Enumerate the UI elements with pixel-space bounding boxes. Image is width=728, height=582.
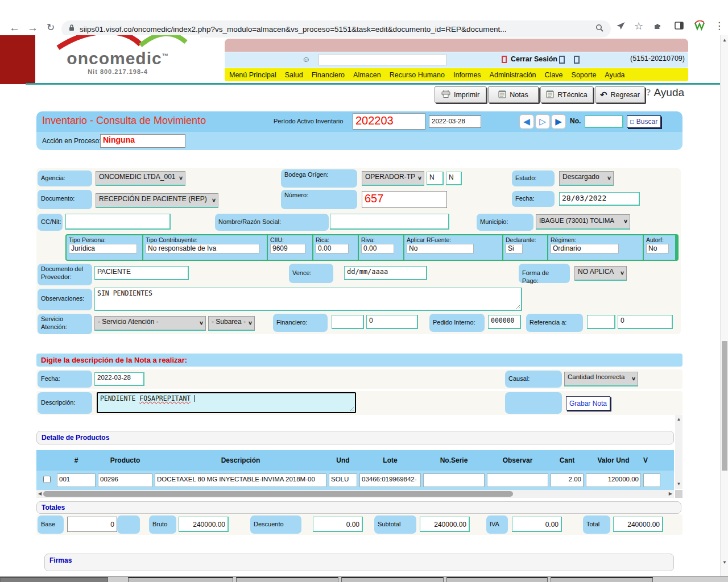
row-valor-und-input[interactable]: 120000.00 (586, 473, 641, 487)
aplicar-rfuente-input[interactable]: No (407, 244, 474, 253)
financiero-input-2[interactable]: 0 (366, 315, 418, 329)
municipio-select[interactable]: IBAGUE (73001) TOLIMA (536, 214, 630, 230)
observaciones-textarea[interactable]: SIN PENDIENTES (94, 288, 522, 311)
documento-select[interactable]: RECEPCIÓN DE PACIENTE (REP) (96, 193, 218, 208)
ccnit-input[interactable] (65, 214, 171, 230)
page-scrollbar[interactable]: ▲ ▼ (720, 35, 728, 576)
window-icon-2[interactable] (574, 56, 580, 64)
referencia-input-1[interactable] (587, 315, 615, 329)
accion-input[interactable]: Ninguna (100, 134, 185, 148)
bodega-select[interactable]: OPERADOR-TP (362, 171, 424, 186)
numero-input[interactable]: 657 (362, 191, 447, 208)
vence-input[interactable]: dd/mm/aaaa (344, 266, 427, 280)
bruto-input[interactable]: 240000.00 (179, 517, 229, 532)
profile-avatar[interactable] (693, 20, 707, 33)
menu-item-ayuda[interactable]: Ayuda (605, 71, 624, 79)
page-scroll-thumb[interactable] (722, 341, 727, 471)
row-valor-total-input-clipped[interactable] (643, 473, 660, 487)
page-scroll-down-arrow[interactable]: ▼ (722, 560, 727, 565)
period-date-input[interactable]: 2022-03-28 (429, 115, 481, 128)
tipo-persona-input[interactable]: Jurídica (69, 244, 137, 253)
nav-next-outline-button[interactable]: ▷ (535, 114, 550, 129)
table-vscrollbar[interactable]: ▲ ▼ (675, 415, 682, 489)
forward-icon[interactable]: → (27, 22, 38, 34)
subarea-select[interactable]: - Subarea - (208, 316, 255, 331)
imprimir-button[interactable]: Imprimir (435, 86, 486, 103)
reload-icon[interactable]: ↻ (47, 22, 55, 34)
row-observar-input[interactable] (487, 473, 548, 487)
causal-select[interactable]: Cantidad Incorrecta (564, 372, 638, 386)
row-producto-input[interactable]: 00296 (98, 473, 152, 487)
vscroll-up-arrow[interactable]: ▲ (677, 417, 681, 422)
menu-item-almacen[interactable]: Almacen (353, 71, 381, 79)
bodega-n1-input[interactable]: N (427, 172, 444, 185)
hscroll-thumb[interactable] (43, 491, 513, 497)
menu-item-menu-principal[interactable]: Menú Principal (229, 71, 276, 79)
nav-prev-button[interactable]: ◀ (519, 114, 534, 129)
ciiu-input[interactable]: 9609 (270, 244, 305, 253)
hscroll-right-arrow[interactable]: ▶ (669, 492, 672, 496)
total-input[interactable]: 240000.00 (613, 517, 663, 532)
hscroll-left-arrow[interactable]: ◀ (38, 492, 42, 496)
menu-item-administracion[interactable]: Administración (490, 71, 536, 79)
fecha-input[interactable]: 28/03/2022 (559, 192, 640, 206)
regimen-input[interactable]: Ordinario (551, 244, 619, 253)
ayuda-link[interactable]: ? Ayuda (646, 86, 684, 99)
tipo-contribuyente-input[interactable]: No responsable de Iva (146, 244, 259, 253)
agencia-select[interactable]: ONCOMEDIC LTDA_001 (96, 171, 185, 186)
vscroll-down-arrow[interactable]: ▼ (677, 482, 681, 487)
extensions-puzzle-icon[interactable] (653, 22, 662, 33)
menu-item-clave[interactable]: Clave (545, 71, 563, 79)
declarante-input[interactable]: Si (506, 244, 523, 253)
menu-item-soporte[interactable]: Soporte (572, 71, 597, 79)
row-no-serie-input[interactable] (423, 473, 485, 487)
nota-descripcion-textarea[interactable]: PENDIENTE FOSAPREPITANT (97, 392, 356, 413)
period-input[interactable]: 202203 (353, 113, 425, 130)
session-search-input[interactable] (318, 54, 446, 65)
menu-dots-icon[interactable]: ⋮ (714, 20, 724, 32)
menu-item-informes[interactable]: Informes (453, 71, 481, 79)
back-icon[interactable]: ← (9, 22, 20, 34)
forma-pago-select[interactable]: NO APLICA (574, 266, 627, 281)
nota-fecha-input[interactable]: 2022-03-28 (94, 372, 144, 386)
row-und-input[interactable]: SOLU (329, 473, 357, 487)
row-cant-input[interactable]: 2.00 (551, 473, 584, 487)
referencia-input-2[interactable]: 0 (618, 315, 673, 329)
row-descripcion-input[interactable]: DOCETAXEL 80 MG INYECTABLE-INVIMA 2018M-… (155, 473, 326, 487)
window-icon-1[interactable] (559, 56, 565, 64)
pedido-interno-input[interactable]: 000000 (488, 315, 521, 329)
estado-select[interactable]: Descargado (559, 171, 614, 186)
menu-item-salud[interactable]: Salud (285, 71, 303, 79)
descuento-input[interactable]: 0.00 (313, 517, 363, 532)
rica-input[interactable]: 0.00 (316, 244, 349, 253)
subtotal-input[interactable]: 240000.00 (420, 517, 470, 532)
nav-last-button[interactable]: ▶ (551, 114, 566, 129)
row-num-input[interactable]: 001 (57, 473, 96, 487)
iva-input[interactable]: 0.00 (512, 517, 562, 532)
page-scroll-up-arrow[interactable]: ▲ (722, 38, 727, 43)
menu-item-recurso-humano[interactable]: Recurso Humano (390, 71, 445, 79)
base-input[interactable]: 0 (67, 517, 117, 532)
grabar-nota-button[interactable]: Grabar Nota (566, 396, 610, 410)
menu-item-financiero[interactable]: Financiero (312, 71, 345, 79)
nombre-input[interactable] (330, 214, 449, 230)
row-lote-input[interactable]: 03466:019969842- (359, 473, 421, 487)
riva-input[interactable]: 0.00 (361, 244, 394, 253)
servicio-atencion-select[interactable]: - Servicio Atención - (94, 316, 206, 331)
table-hscrollbar[interactable]: ◀ ▶ (36, 490, 674, 498)
close-session-link[interactable]: Cerrar Sesión (511, 55, 557, 63)
doc-proveedor-input[interactable]: PACIENTE (94, 266, 189, 280)
send-icon[interactable] (616, 22, 626, 32)
sidebar-icon[interactable] (675, 22, 684, 32)
regresar-button[interactable]: ↶ Regresar (595, 86, 645, 103)
document-number-input[interactable] (585, 115, 623, 128)
buscar-button[interactable]: Buscar (627, 115, 661, 128)
financiero-input-1[interactable] (332, 315, 364, 329)
zoom-icon[interactable] (595, 24, 604, 35)
rtecnica-button[interactable]: RTécnica (540, 86, 593, 103)
bookmark-star-icon[interactable]: ☆ (634, 20, 643, 32)
row-checkbox[interactable] (43, 476, 51, 483)
notas-button[interactable]: Notas (488, 86, 539, 103)
autorf-input[interactable]: No (646, 244, 669, 253)
bodega-n2-input[interactable]: N (446, 172, 462, 185)
